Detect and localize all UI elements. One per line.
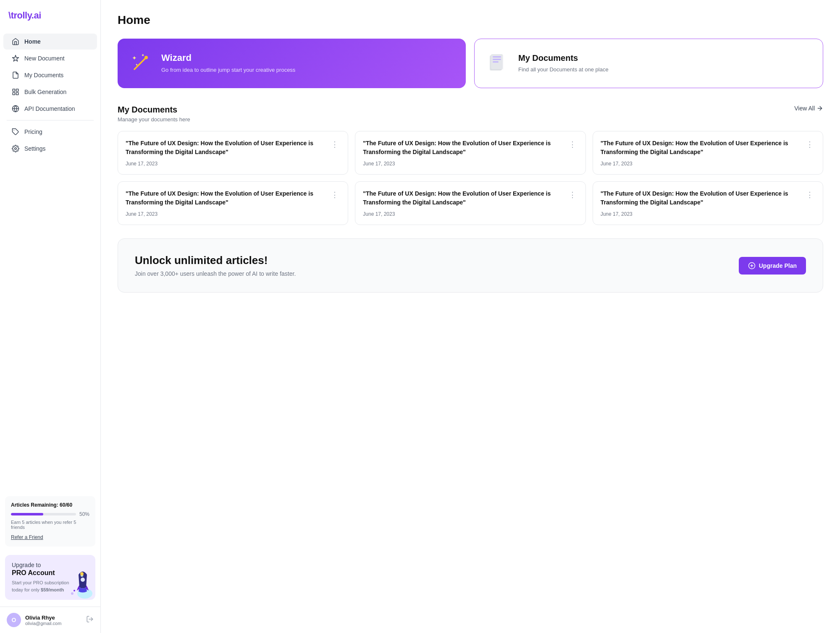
- app-logo[interactable]: \trolly.ai: [0, 0, 100, 29]
- doc-date: June 17, 2023: [363, 161, 578, 167]
- wizard-card[interactable]: ✦ ✦ ✦ Wizard Go from idea to outline jum…: [118, 39, 466, 88]
- logo-suffix: .ai: [32, 10, 41, 21]
- svg-point-12: [80, 572, 84, 575]
- svg-rect-27: [493, 59, 501, 60]
- refer-friend-link[interactable]: Refer a Friend: [11, 534, 43, 540]
- svg-rect-1: [16, 89, 18, 91]
- unlock-title: Unlock unlimited articles!: [135, 254, 296, 267]
- avatar: O: [7, 613, 21, 627]
- docs-card-title: My Documents: [518, 53, 609, 63]
- svg-text:✦: ✦: [132, 55, 137, 61]
- view-all-link[interactable]: View All: [794, 105, 823, 112]
- upgrade-price: $59/month: [41, 587, 64, 592]
- doc-title: "The Future of UX Design: How the Evolut…: [363, 189, 567, 207]
- progress-row: 50%: [11, 511, 89, 517]
- sidebar-item-my-documents[interactable]: My Documents: [3, 67, 97, 83]
- api-icon: [12, 105, 19, 112]
- user-info: Olivia Rhye olivia@gmail.com: [25, 615, 82, 626]
- table-row[interactable]: "The Future of UX Design: How the Evolut…: [355, 181, 585, 225]
- user-name: Olivia Rhye: [25, 615, 82, 621]
- logo-brand: trolly: [11, 10, 32, 21]
- doc-card-header: "The Future of UX Design: How the Evolut…: [363, 189, 578, 207]
- doc-title: "The Future of UX Design: How the Evolut…: [363, 139, 567, 157]
- table-row[interactable]: "The Future of UX Design: How the Evolut…: [593, 181, 823, 225]
- sidebar-nav: Home New Document My Documents Bulk Gene…: [0, 29, 100, 491]
- doc-menu-icon[interactable]: ⋮: [329, 139, 340, 150]
- svg-text:✦: ✦: [135, 63, 138, 67]
- doc-card-header: "The Future of UX Design: How the Evolut…: [601, 189, 815, 207]
- docs-icon-wrap: [485, 51, 510, 76]
- sidebar-item-pricing[interactable]: Pricing: [3, 124, 97, 140]
- articles-remaining-label: Articles Remaining: 60/60: [11, 502, 89, 508]
- hero-cards: ✦ ✦ ✦ Wizard Go from idea to outline jum…: [118, 39, 823, 88]
- doc-title: "The Future of UX Design: How the Evolut…: [601, 189, 804, 207]
- upgrade-plan-icon: [748, 262, 756, 269]
- table-row[interactable]: "The Future of UX Design: How the Evolut…: [118, 131, 348, 175]
- doc-date: June 17, 2023: [126, 211, 340, 217]
- svg-point-10: [74, 590, 75, 591]
- doc-card-header: "The Future of UX Design: How the Evolut…: [126, 189, 340, 207]
- my-documents-card[interactable]: My Documents Find all your Documents at …: [474, 39, 823, 88]
- documents-section-header: My Documents Manage your documents here …: [118, 105, 823, 123]
- document-grid: "The Future of UX Design: How the Evolut…: [118, 131, 823, 225]
- table-row[interactable]: "The Future of UX Design: How the Evolut…: [118, 181, 348, 225]
- unlock-text: Unlock unlimited articles! Join over 3,0…: [135, 254, 296, 277]
- sidebar-item-bulk-generation[interactable]: Bulk Generation: [3, 84, 97, 100]
- doc-title: "The Future of UX Design: How the Evolut…: [126, 139, 329, 157]
- doc-card-header: "The Future of UX Design: How the Evolut…: [126, 139, 340, 157]
- table-row[interactable]: "The Future of UX Design: How the Evolut…: [355, 131, 585, 175]
- doc-date: June 17, 2023: [363, 211, 578, 217]
- sidebar-item-new-document[interactable]: New Document: [3, 50, 97, 66]
- table-row[interactable]: "The Future of UX Design: How the Evolut…: [593, 131, 823, 175]
- svg-rect-28: [493, 61, 499, 63]
- main-content: Home ✦ ✦ ✦ Wizard Go: [101, 0, 840, 633]
- wizard-card-title: Wizard: [161, 52, 295, 63]
- doc-menu-icon[interactable]: ⋮: [567, 139, 578, 150]
- sidebar-item-settings[interactable]: Settings: [3, 141, 97, 157]
- sidebar-item-bulk-generation-label: Bulk Generation: [24, 89, 66, 95]
- documents-section-titles: My Documents Manage your documents here: [118, 105, 190, 123]
- sidebar-item-home[interactable]: Home: [3, 34, 97, 50]
- svg-rect-26: [493, 56, 501, 58]
- doc-title: "The Future of UX Design: How the Evolut…: [601, 139, 804, 157]
- doc-date: June 17, 2023: [601, 211, 815, 217]
- docs-card-text: My Documents Find all your Documents at …: [518, 53, 609, 74]
- articles-refer-text: Earn 5 articles when you refer 5 friends: [11, 520, 89, 530]
- doc-menu-icon[interactable]: ⋮: [804, 189, 815, 200]
- svg-point-7: [15, 148, 17, 150]
- sidebar-item-home-label: Home: [24, 38, 41, 45]
- svg-rect-3: [16, 93, 18, 95]
- doc-menu-icon[interactable]: ⋮: [567, 189, 578, 200]
- doc-menu-icon[interactable]: ⋮: [329, 189, 340, 200]
- upgrade-plan-label: Upgrade Plan: [759, 262, 797, 269]
- unlock-banner: Unlock unlimited articles! Join over 3,0…: [118, 238, 823, 293]
- home-icon: [12, 38, 19, 45]
- articles-remaining-box: Articles Remaining: 60/60 50% Earn 5 art…: [5, 496, 95, 547]
- sidebar-item-api-documentation[interactable]: API Documentation: [3, 101, 97, 117]
- svg-rect-2: [13, 93, 15, 95]
- wizard-icon-wrap: ✦ ✦ ✦: [128, 51, 153, 76]
- unlock-description: Join over 3,000+ users unleash the power…: [135, 270, 296, 277]
- svg-text:✦: ✦: [141, 53, 144, 58]
- page-title: Home: [118, 13, 823, 27]
- doc-menu-icon[interactable]: ⋮: [804, 139, 815, 150]
- sidebar-item-new-document-label: New Document: [24, 55, 65, 62]
- sidebar-user: O Olivia Rhye olivia@gmail.com: [0, 607, 100, 633]
- wizard-card-text: Wizard Go from idea to outline jump star…: [161, 52, 295, 74]
- svg-point-11: [71, 592, 74, 595]
- logout-icon[interactable]: [86, 615, 94, 625]
- svg-point-9: [81, 578, 85, 582]
- upgrade-illustration: [62, 566, 95, 600]
- documents-section-title: My Documents: [118, 105, 190, 115]
- wizard-card-description: Go from idea to outline jump start your …: [161, 66, 295, 74]
- sidebar-item-settings-label: Settings: [24, 145, 46, 152]
- upgrade-box: Upgrade to PRO Account Start your PRO su…: [5, 555, 95, 600]
- doc-card-header: "The Future of UX Design: How the Evolut…: [363, 139, 578, 157]
- sidebar-item-pricing-label: Pricing: [24, 128, 42, 135]
- grid-icon: [12, 88, 19, 96]
- documents-section-subtitle: Manage your documents here: [118, 116, 190, 123]
- doc-date: June 17, 2023: [126, 161, 340, 167]
- progress-bar-background: [11, 513, 76, 515]
- upgrade-plan-button[interactable]: Upgrade Plan: [739, 257, 806, 275]
- svg-rect-0: [13, 89, 15, 91]
